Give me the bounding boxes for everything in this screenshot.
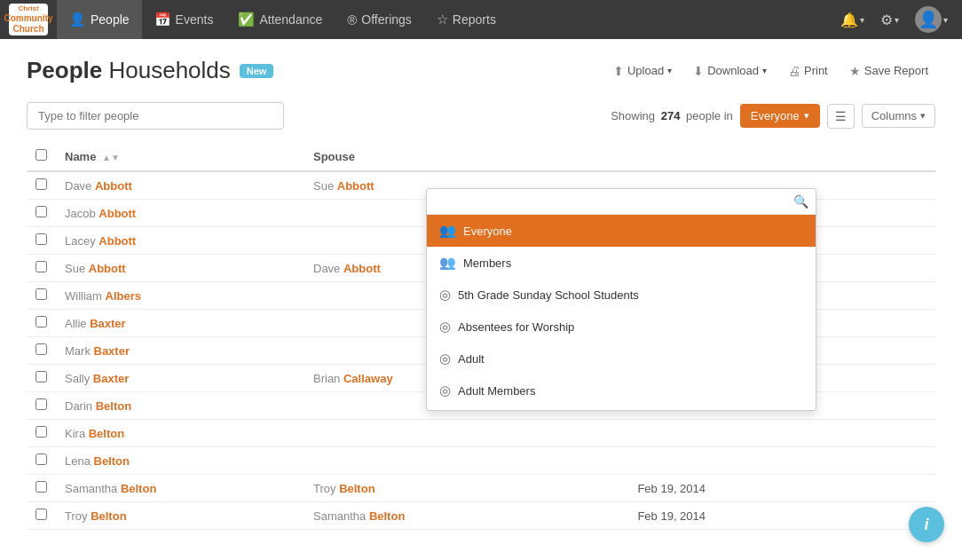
person-name-link[interactable]: Allie Baxter xyxy=(65,317,126,330)
info-button[interactable]: i xyxy=(909,507,944,542)
print-button[interactable]: 🖨 Print xyxy=(781,59,835,83)
absentees-icon: ◎ xyxy=(439,319,451,335)
dropdown-item-absentees[interactable]: ◎ Absentees for Worship xyxy=(427,311,816,343)
people-nav-icon: 👤 xyxy=(69,12,86,28)
row-checkbox[interactable] xyxy=(35,343,47,355)
person-name-link[interactable]: William Albers xyxy=(65,289,141,303)
person-name-link[interactable]: Sue Abbott xyxy=(65,262,126,275)
nav-label-attendance: Attendance xyxy=(259,12,322,27)
row-checkbox[interactable] xyxy=(35,481,47,493)
person-last-name: Abbott xyxy=(89,262,126,275)
row-checkbox[interactable] xyxy=(35,261,47,272)
row-checkbox[interactable] xyxy=(35,454,47,465)
row-checkbox[interactable] xyxy=(35,371,47,383)
person-name-link[interactable]: Mark Baxter xyxy=(65,344,130,358)
row-checkbox-cell xyxy=(27,171,56,200)
person-last-name: Abbott xyxy=(99,207,136,220)
row-checkbox[interactable] xyxy=(35,426,47,438)
row-checkbox-cell xyxy=(27,420,56,447)
person-first-name: Kira xyxy=(65,427,89,440)
filter-right: Showing 274 people in Everyone ▾ ☰ Colum… xyxy=(611,104,935,129)
nav-item-reports[interactable]: ☆ Reports xyxy=(424,0,509,39)
header-actions: ⬆ Upload ▾ ⬇ Download ▾ 🖨 Print ★ Save R… xyxy=(606,59,935,83)
5th_grade-label: 5th Grade Sunday School Students xyxy=(458,288,639,302)
person-last-name: Abbott xyxy=(99,234,136,248)
row-extra-cell xyxy=(883,365,935,392)
row-checkbox[interactable] xyxy=(35,316,47,327)
dropdown-search-input[interactable] xyxy=(434,195,788,209)
dropdown-item-adult_members[interactable]: ◎ Adult Members xyxy=(427,375,816,406)
avatar-button[interactable]: 👤 ▾ xyxy=(910,3,953,36)
row-name-cell: Darin Belton xyxy=(56,392,304,420)
nav-item-offerings[interactable]: ® Offerings xyxy=(335,0,424,39)
dropdown-item-5th_grade[interactable]: ◎ 5th Grade Sunday School Students xyxy=(427,279,816,311)
spouse-name-link[interactable]: Samantha Belton xyxy=(313,509,405,523)
everyone-dropdown-button[interactable]: Everyone ▾ xyxy=(740,104,820,128)
select-all-checkbox[interactable] xyxy=(35,149,47,161)
spouse-name-link[interactable]: Sue Abbott xyxy=(313,179,375,193)
spouse-name-link[interactable]: Troy Belton xyxy=(313,482,375,495)
dropdown-item-age_13_18[interactable]: ◎ Age Between 13-18 xyxy=(427,406,816,410)
row-name-cell: William Albers xyxy=(56,282,304,310)
logo[interactable]: Christ Community Church xyxy=(9,4,48,35)
person-name-link[interactable]: Darin Belton xyxy=(65,399,131,413)
dropdown-item-adult[interactable]: ◎ Adult xyxy=(427,343,816,375)
table-header-row: Name ▲▼ Spouse xyxy=(27,142,935,171)
info-icon: i xyxy=(924,516,928,534)
columns-button[interactable]: Columns ▾ xyxy=(862,104,935,128)
table-row: Samantha Belton Troy Belton Feb 19, 2014 xyxy=(27,475,935,502)
person-name-link[interactable]: Jacob Abbott xyxy=(65,207,136,220)
person-name-link[interactable]: Samantha Belton xyxy=(65,482,156,495)
members-icon: 👥 xyxy=(439,255,456,271)
person-first-name: Troy xyxy=(65,509,91,523)
row-checkbox-cell xyxy=(27,392,56,420)
person-name-link[interactable]: Lena Belton xyxy=(65,454,130,468)
showing-suffix: people in xyxy=(686,109,733,122)
download-button[interactable]: ⬇ Download ▾ xyxy=(686,59,774,83)
row-checkbox[interactable] xyxy=(35,233,47,245)
showing-text: Showing 274 people in xyxy=(611,109,733,122)
person-name: Sally Baxter xyxy=(65,372,129,385)
row-checkbox[interactable] xyxy=(35,178,47,190)
row-checkbox-cell xyxy=(27,200,56,227)
row-checkbox[interactable] xyxy=(35,398,47,410)
upload-button[interactable]: ⬆ Upload ▾ xyxy=(606,59,679,83)
row-extra-cell xyxy=(883,310,935,337)
person-name: Samantha Belton xyxy=(65,482,156,495)
person-name-link[interactable]: Lacey Abbott xyxy=(65,234,136,248)
dropdown-item-everyone[interactable]: 👥 Everyone xyxy=(427,215,816,247)
settings-button[interactable]: ⚙▾ xyxy=(875,8,904,32)
person-name: Lena Belton xyxy=(65,454,130,468)
person-name-link[interactable]: Dave Abbott xyxy=(65,179,132,193)
search-input[interactable] xyxy=(27,102,284,130)
person-first-name: Sally xyxy=(65,372,93,385)
row-extra-cell xyxy=(883,171,935,200)
members-label: Members xyxy=(463,256,511,270)
save-report-button[interactable]: ★ Save Report xyxy=(842,59,935,83)
person-first-name: Mark xyxy=(65,344,94,358)
person-name-link[interactable]: Sally Baxter xyxy=(65,372,129,385)
row-name-cell: Sally Baxter xyxy=(56,365,304,392)
new-badge[interactable]: New xyxy=(240,64,274,78)
person-name-link[interactable]: Kira Belton xyxy=(65,427,124,440)
view-toggle-button[interactable]: ☰ xyxy=(827,104,855,129)
nav-item-people[interactable]: 👤 People xyxy=(57,0,142,39)
row-checkbox[interactable] xyxy=(35,206,47,217)
upload-icon: ⬆ xyxy=(613,64,624,78)
page-title-rest: Households xyxy=(102,57,231,83)
row-name-cell: Allie Baxter xyxy=(56,310,304,337)
download-label: Download xyxy=(707,64,759,77)
row-checkbox-cell xyxy=(27,502,56,530)
person-first-name: Allie xyxy=(65,317,90,330)
name-column-header[interactable]: Name ▲▼ xyxy=(56,142,304,171)
nav-item-events[interactable]: 📅 Events xyxy=(142,0,226,39)
row-checkbox[interactable] xyxy=(35,509,47,520)
row-checkbox[interactable] xyxy=(35,288,47,300)
person-name-link[interactable]: Troy Belton xyxy=(65,509,127,523)
spouse-name-link[interactable]: Dave Abbott xyxy=(313,262,381,275)
dropdown-item-members[interactable]: 👥 Members xyxy=(427,247,816,279)
nav-item-attendance[interactable]: ✅ Attendance xyxy=(225,0,335,39)
spouse-name-link[interactable]: Brian Callaway xyxy=(313,372,393,385)
notifications-button[interactable]: 🔔▾ xyxy=(835,8,870,32)
row-extra-cell xyxy=(883,227,935,255)
